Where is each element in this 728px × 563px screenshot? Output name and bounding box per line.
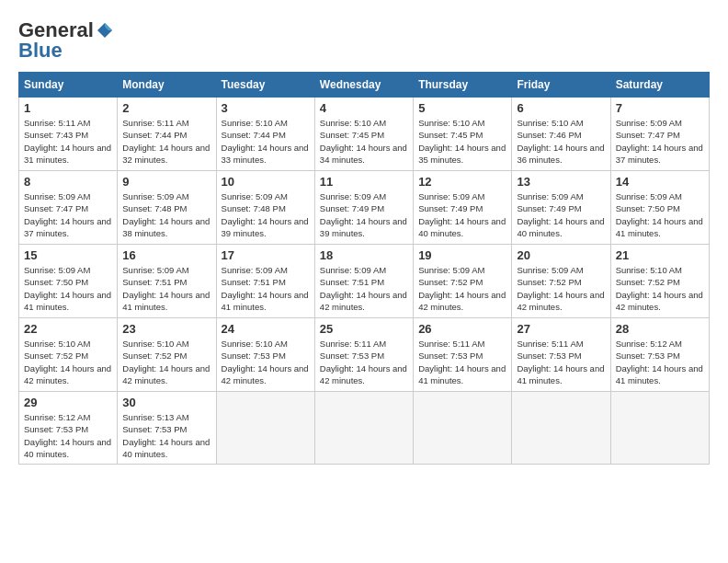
day-number: 25 bbox=[320, 322, 408, 336]
day-info: Sunrise: 5:11 AMSunset: 7:53 PMDaylight:… bbox=[418, 338, 506, 386]
calendar-cell bbox=[610, 392, 709, 465]
day-number: 30 bbox=[122, 396, 210, 409]
calendar-cell: 15Sunrise: 5:09 AMSunset: 7:50 PMDayligh… bbox=[19, 245, 118, 318]
day-info: Sunrise: 5:12 AMSunset: 7:53 PMDaylight:… bbox=[616, 338, 704, 386]
day-number: 3 bbox=[222, 101, 310, 115]
day-info: Sunrise: 5:09 AMSunset: 7:50 PMDaylight:… bbox=[24, 264, 112, 313]
day-info: Sunrise: 5:12 AMSunset: 7:53 PMDaylight:… bbox=[24, 411, 112, 460]
weekday-header-sunday: Sunday bbox=[19, 73, 118, 98]
day-number: 6 bbox=[517, 101, 605, 115]
calendar-cell: 28Sunrise: 5:12 AMSunset: 7:53 PMDayligh… bbox=[610, 318, 709, 392]
logo-icon bbox=[96, 21, 114, 40]
day-number: 8 bbox=[24, 175, 112, 189]
day-info: Sunrise: 5:09 AMSunset: 7:51 PMDaylight:… bbox=[320, 264, 408, 313]
calendar-cell: 30Sunrise: 5:13 AMSunset: 7:53 PMDayligh… bbox=[118, 392, 216, 465]
calendar-cell: 20Sunrise: 5:09 AMSunset: 7:52 PMDayligh… bbox=[512, 245, 610, 318]
calendar-cell: 24Sunrise: 5:10 AMSunset: 7:53 PMDayligh… bbox=[216, 318, 314, 392]
calendar-cell: 21Sunrise: 5:10 AMSunset: 7:52 PMDayligh… bbox=[610, 245, 709, 318]
calendar-cell: 3Sunrise: 5:10 AMSunset: 7:44 PMDaylight… bbox=[216, 98, 314, 171]
calendar-cell: 23Sunrise: 5:10 AMSunset: 7:52 PMDayligh… bbox=[118, 318, 216, 392]
day-info: Sunrise: 5:10 AMSunset: 7:52 PMDaylight:… bbox=[24, 338, 112, 386]
day-number: 24 bbox=[222, 322, 310, 336]
weekday-header-wednesday: Wednesday bbox=[314, 73, 413, 98]
day-number: 28 bbox=[616, 322, 704, 336]
day-info: Sunrise: 5:10 AMSunset: 7:46 PMDaylight:… bbox=[517, 117, 605, 166]
calendar-cell: 26Sunrise: 5:11 AMSunset: 7:53 PMDayligh… bbox=[414, 318, 512, 392]
weekday-header-monday: Monday bbox=[118, 73, 216, 98]
calendar-cell: 16Sunrise: 5:09 AMSunset: 7:51 PMDayligh… bbox=[118, 245, 216, 318]
day-number: 5 bbox=[418, 101, 506, 115]
calendar-cell: 27Sunrise: 5:11 AMSunset: 7:53 PMDayligh… bbox=[512, 318, 610, 392]
day-info: Sunrise: 5:09 AMSunset: 7:49 PMDaylight:… bbox=[517, 190, 605, 239]
day-number: 19 bbox=[418, 248, 506, 262]
weekday-header-saturday: Saturday bbox=[610, 73, 709, 98]
logo: General Blue bbox=[18, 18, 114, 63]
calendar-cell bbox=[314, 392, 413, 465]
day-number: 15 bbox=[24, 248, 112, 262]
day-info: Sunrise: 5:10 AMSunset: 7:53 PMDaylight:… bbox=[222, 338, 310, 386]
day-info: Sunrise: 5:09 AMSunset: 7:48 PMDaylight:… bbox=[222, 190, 310, 239]
day-info: Sunrise: 5:10 AMSunset: 7:45 PMDaylight:… bbox=[418, 117, 506, 166]
calendar-cell: 1Sunrise: 5:11 AMSunset: 7:43 PMDaylight… bbox=[19, 98, 118, 171]
day-info: Sunrise: 5:09 AMSunset: 7:51 PMDaylight:… bbox=[122, 264, 210, 313]
calendar-cell: 12Sunrise: 5:09 AMSunset: 7:49 PMDayligh… bbox=[414, 171, 512, 245]
day-info: Sunrise: 5:10 AMSunset: 7:45 PMDaylight:… bbox=[320, 117, 408, 166]
day-info: Sunrise: 5:09 AMSunset: 7:48 PMDaylight:… bbox=[122, 190, 210, 239]
day-number: 26 bbox=[418, 322, 506, 336]
calendar-row-1: 1Sunrise: 5:11 AMSunset: 7:43 PMDaylight… bbox=[19, 98, 710, 171]
calendar-cell: 11Sunrise: 5:09 AMSunset: 7:49 PMDayligh… bbox=[314, 171, 413, 245]
calendar-cell bbox=[512, 392, 610, 465]
calendar-row-5: 29Sunrise: 5:12 AMSunset: 7:53 PMDayligh… bbox=[19, 392, 710, 465]
day-number: 12 bbox=[418, 175, 506, 189]
calendar-cell: 22Sunrise: 5:10 AMSunset: 7:52 PMDayligh… bbox=[19, 318, 118, 392]
day-info: Sunrise: 5:09 AMSunset: 7:51 PMDaylight:… bbox=[222, 264, 310, 313]
day-number: 9 bbox=[122, 175, 210, 189]
day-number: 27 bbox=[517, 322, 605, 336]
day-number: 7 bbox=[616, 101, 704, 115]
day-info: Sunrise: 5:09 AMSunset: 7:52 PMDaylight:… bbox=[418, 264, 506, 313]
weekday-header-friday: Friday bbox=[512, 73, 610, 98]
day-number: 14 bbox=[616, 175, 704, 189]
day-number: 17 bbox=[222, 248, 310, 262]
day-number: 23 bbox=[122, 322, 210, 336]
calendar-cell: 9Sunrise: 5:09 AMSunset: 7:48 PMDaylight… bbox=[118, 171, 216, 245]
calendar-row-2: 8Sunrise: 5:09 AMSunset: 7:47 PMDaylight… bbox=[19, 171, 710, 245]
day-info: Sunrise: 5:09 AMSunset: 7:49 PMDaylight:… bbox=[320, 190, 408, 239]
page-header: General Blue bbox=[18, 18, 710, 63]
calendar-cell: 19Sunrise: 5:09 AMSunset: 7:52 PMDayligh… bbox=[414, 245, 512, 318]
calendar-table: SundayMondayTuesdayWednesdayThursdayFrid… bbox=[18, 72, 710, 465]
day-number: 11 bbox=[320, 175, 408, 189]
day-number: 22 bbox=[24, 322, 112, 336]
day-info: Sunrise: 5:09 AMSunset: 7:47 PMDaylight:… bbox=[616, 117, 704, 166]
day-number: 29 bbox=[24, 396, 112, 409]
day-number: 2 bbox=[122, 101, 210, 115]
calendar-cell: 7Sunrise: 5:09 AMSunset: 7:47 PMDaylight… bbox=[610, 98, 709, 171]
day-number: 1 bbox=[24, 101, 112, 115]
calendar-cell bbox=[414, 392, 512, 465]
calendar-cell: 10Sunrise: 5:09 AMSunset: 7:48 PMDayligh… bbox=[216, 171, 314, 245]
day-number: 10 bbox=[222, 175, 310, 189]
calendar-cell: 2Sunrise: 5:11 AMSunset: 7:44 PMDaylight… bbox=[118, 98, 216, 171]
calendar-row-3: 15Sunrise: 5:09 AMSunset: 7:50 PMDayligh… bbox=[19, 245, 710, 318]
day-number: 16 bbox=[122, 248, 210, 262]
calendar-cell: 29Sunrise: 5:12 AMSunset: 7:53 PMDayligh… bbox=[19, 392, 118, 465]
day-number: 18 bbox=[320, 248, 408, 262]
day-info: Sunrise: 5:09 AMSunset: 7:49 PMDaylight:… bbox=[418, 190, 506, 239]
day-info: Sunrise: 5:11 AMSunset: 7:44 PMDaylight:… bbox=[122, 117, 210, 166]
weekday-header-row: SundayMondayTuesdayWednesdayThursdayFrid… bbox=[19, 73, 710, 98]
calendar-cell bbox=[216, 392, 314, 465]
day-number: 20 bbox=[517, 248, 605, 262]
calendar-cell: 5Sunrise: 5:10 AMSunset: 7:45 PMDaylight… bbox=[414, 98, 512, 171]
day-number: 4 bbox=[320, 101, 408, 115]
day-number: 21 bbox=[616, 248, 704, 262]
logo-blue-text: Blue bbox=[18, 39, 63, 63]
day-info: Sunrise: 5:09 AMSunset: 7:50 PMDaylight:… bbox=[616, 190, 704, 239]
day-info: Sunrise: 5:11 AMSunset: 7:53 PMDaylight:… bbox=[517, 338, 605, 386]
calendar-cell: 4Sunrise: 5:10 AMSunset: 7:45 PMDaylight… bbox=[314, 98, 413, 171]
day-number: 13 bbox=[517, 175, 605, 189]
calendar-row-4: 22Sunrise: 5:10 AMSunset: 7:52 PMDayligh… bbox=[19, 318, 710, 392]
day-info: Sunrise: 5:10 AMSunset: 7:52 PMDaylight:… bbox=[616, 264, 704, 313]
weekday-header-thursday: Thursday bbox=[414, 73, 512, 98]
weekday-header-tuesday: Tuesday bbox=[216, 73, 314, 98]
day-info: Sunrise: 5:13 AMSunset: 7:53 PMDaylight:… bbox=[122, 411, 210, 460]
